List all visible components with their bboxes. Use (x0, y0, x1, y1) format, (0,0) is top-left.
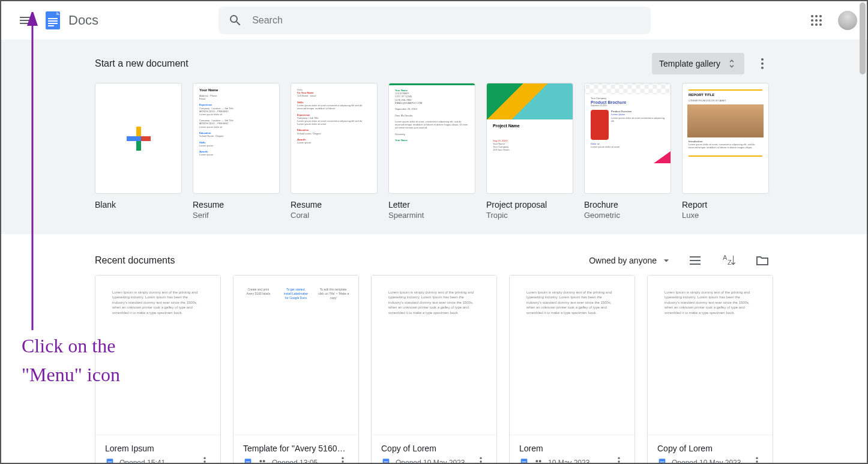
svg-point-62 (756, 460, 758, 462)
template-label: Brochure (584, 200, 671, 209)
more-vert-icon (475, 456, 487, 464)
document-thumbnail: Create and printAvery 5160 labelsTo get … (234, 276, 358, 435)
template-label: Project proposal (486, 200, 573, 209)
template-brochure-geometric[interactable]: Your Company Product Brochure September … (584, 83, 671, 220)
svg-rect-18 (136, 141, 141, 151)
svg-rect-25 (108, 462, 112, 462)
account-avatar[interactable] (838, 11, 857, 30)
document-thumbnail: Lorem Ipsum is simply dummy text of the … (510, 276, 634, 435)
template-blank[interactable]: Blank (95, 83, 182, 220)
document-more-button[interactable] (199, 456, 211, 464)
open-file-picker-button[interactable] (752, 250, 773, 271)
svg-point-12 (815, 23, 818, 26)
dropdown-icon (660, 255, 672, 267)
template-sublabel: Tropic (486, 211, 573, 220)
search-bar[interactable] (219, 7, 651, 34)
document-meta: Opened 13:05 (272, 459, 318, 465)
svg-point-45 (480, 457, 481, 459)
svg-point-15 (761, 62, 764, 65)
template-resume-serif[interactable]: Your Name Address · PhoneEmail Experienc… (193, 83, 280, 220)
svg-point-6 (815, 15, 818, 17)
list-view-button[interactable] (684, 250, 706, 271)
document-more-button[interactable] (613, 456, 625, 464)
template-gallery-button[interactable]: Template gallery (652, 53, 744, 74)
folder-icon (755, 253, 770, 268)
list-view-icon (688, 253, 702, 268)
template-more-button[interactable] (752, 53, 773, 74)
svg-rect-24 (107, 459, 113, 464)
template-sublabel: Coral (291, 211, 378, 220)
template-letter-spearmint[interactable]: Your Name 123 STREETCITY, ST 12345(123) … (388, 83, 475, 220)
google-apps-button[interactable] (804, 8, 828, 32)
svg-rect-58 (660, 463, 665, 463)
document-thumbnail: Lorem Ipsum is simply dummy text of the … (648, 276, 773, 435)
svg-rect-42 (384, 463, 388, 463)
document-title: Lorem (519, 444, 625, 453)
document-meta: Opened 10 May 2023 (672, 459, 741, 465)
template-report-luxe[interactable]: REPORT TITLE LOREM IPSUM DOLOR SIT AMET … (682, 83, 769, 220)
svg-point-9 (815, 19, 818, 22)
document-thumbnail: Lorem Ipsum is simply dummy text of the … (372, 276, 496, 435)
svg-point-29 (203, 457, 205, 459)
svg-rect-4 (48, 25, 54, 26)
template-sublabel: Serif (193, 211, 280, 220)
scrollbar[interactable] (860, 2, 866, 74)
header: Docs (1, 1, 867, 40)
more-vert-icon (751, 456, 763, 464)
template-sublabel: Spearmint (388, 211, 475, 220)
more-vert-icon (337, 456, 349, 464)
app-name: Docs (68, 13, 98, 28)
svg-rect-48 (521, 459, 528, 464)
svg-point-11 (811, 23, 813, 26)
template-label: Blank (95, 200, 182, 209)
sort-button[interactable]: AZ (718, 250, 740, 271)
recent-section: Recent documents Owned by anyone AZ (1, 234, 867, 464)
sort-az-icon: AZ (722, 253, 736, 268)
svg-rect-41 (384, 462, 388, 462)
template-resume-coral[interactable]: Hello I'm Your Name 123 Street · email S… (291, 83, 378, 220)
recent-heading: Recent documents (95, 255, 175, 266)
svg-rect-50 (522, 463, 526, 463)
document-card[interactable]: Create and printAvery 5160 labelsTo get … (233, 275, 359, 464)
more-vert-icon (199, 456, 211, 464)
docs-file-icon (243, 458, 253, 465)
apps-grid-icon (809, 13, 824, 28)
svg-text:Z: Z (728, 259, 732, 266)
document-more-button[interactable] (751, 456, 763, 464)
svg-rect-57 (660, 462, 665, 462)
docs-file-icon (519, 458, 529, 465)
document-title: Copy of Lorem (381, 444, 487, 453)
svg-point-53 (618, 457, 619, 459)
svg-point-14 (761, 58, 764, 61)
menu-icon (18, 13, 32, 28)
svg-rect-2 (48, 20, 58, 22)
svg-point-54 (618, 460, 619, 462)
template-label: Resume (291, 200, 378, 209)
svg-rect-17 (136, 127, 141, 136)
owner-filter-label: Owned by anyone (589, 256, 657, 265)
docs-file-icon (381, 458, 391, 465)
svg-point-37 (342, 457, 343, 459)
owner-filter[interactable]: Owned by anyone (589, 255, 672, 267)
svg-rect-56 (659, 459, 666, 464)
search-input[interactable] (252, 15, 641, 26)
svg-point-46 (480, 460, 481, 462)
logo[interactable]: Docs (42, 10, 98, 31)
template-project-proposal[interactable]: Project Name Sep 20, 20XX Your Name Your… (486, 83, 573, 220)
svg-rect-49 (522, 462, 526, 462)
svg-rect-33 (246, 462, 250, 462)
document-more-button[interactable] (475, 456, 487, 464)
template-section: Start a new document Template gallery (1, 40, 867, 234)
document-card[interactable]: Lorem Ipsum is simply dummy text of the … (647, 275, 773, 464)
svg-point-5 (811, 15, 813, 17)
document-card[interactable]: Lorem Ipsum is simply dummy text of the … (95, 275, 221, 464)
main-menu-button[interactable] (11, 6, 40, 35)
document-more-button[interactable] (337, 456, 349, 464)
svg-point-16 (761, 67, 764, 69)
svg-rect-26 (108, 463, 112, 463)
search-icon (228, 13, 243, 28)
docs-logo-icon (42, 10, 64, 31)
template-gallery-label: Template gallery (659, 59, 720, 68)
document-card[interactable]: Lorem Ipsum is simply dummy text of the … (509, 275, 635, 464)
document-card[interactable]: Lorem Ipsum is simply dummy text of the … (371, 275, 497, 464)
